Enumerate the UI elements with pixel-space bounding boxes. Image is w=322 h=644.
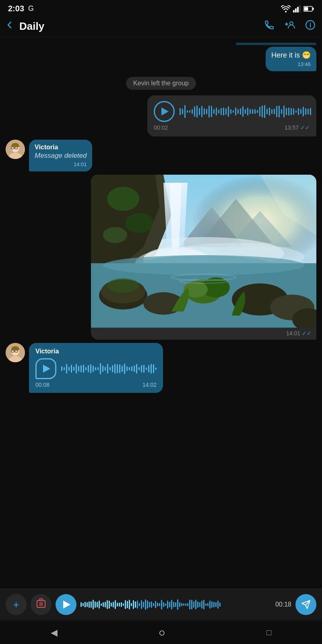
status-time: 2:03 — [8, 4, 24, 13]
image-bubble: 14:01 ✓✓ — [91, 175, 316, 340]
image-footer: 14:01 ✓✓ — [91, 328, 316, 340]
recents-nav-button[interactable]: □ — [266, 628, 271, 637]
victoria-voice-duration: 00:08 — [35, 382, 50, 388]
signal-icon — [293, 5, 301, 12]
voice-play-button[interactable] — [154, 101, 175, 122]
message-time: 14:01 — [35, 161, 87, 167]
svg-rect-2 — [297, 7, 299, 12]
outgoing-image-msg[interactable]: 14:01 ✓✓ — [0, 173, 322, 341]
system-message: Kevin left the group — [0, 73, 322, 94]
chat-header: Daily — [0, 16, 322, 37]
outgoing-bubble: Here it is 😁 13:46 — [266, 47, 316, 71]
recording-play-button[interactable] — [56, 594, 76, 615]
svg-rect-6 — [304, 7, 308, 10]
victoria-voice-bubble: Victoria 00:08 14:02 — [29, 343, 163, 393]
waveform — [180, 104, 311, 119]
svg-point-43 — [107, 278, 139, 293]
status-bar: 2:03 G — [0, 0, 322, 16]
sender-name: Victoria — [35, 144, 87, 151]
back-button[interactable] — [5, 20, 14, 33]
plus-icon: + — [13, 599, 19, 611]
chat-area: Here it is 😁 13:46 Kevin left the group … — [0, 37, 322, 451]
avatar-victoria — [6, 140, 25, 159]
info-button[interactable] — [305, 20, 316, 33]
svg-point-25 — [125, 213, 153, 233]
add-attachment-button[interactable]: + — [6, 594, 27, 615]
victoria-waveform — [61, 361, 157, 376]
signal-icons — [281, 5, 314, 12]
waterfall-image[interactable] — [91, 175, 316, 328]
nav-bar: ◀ ○ □ — [0, 621, 322, 644]
voice-time: 13:57 ✓✓ — [285, 124, 310, 131]
call-button[interactable] — [264, 20, 275, 33]
system-bubble: Kevin left the group — [126, 77, 196, 90]
outgoing-voice-msg: 00:02 13:57 ✓✓ — [0, 94, 322, 138]
svg-point-26 — [103, 227, 127, 243]
wifi-icon — [281, 5, 291, 12]
incoming-msg-victoria-deleted: Victoria Message deleted 14:01 — [0, 138, 322, 173]
voice-duration: 00:02 — [154, 124, 168, 131]
recording-duration: 00:18 — [275, 601, 291, 608]
message-time: 13:46 — [271, 61, 311, 67]
voice-bubble-dark: 00:02 13:57 ✓✓ — [147, 95, 316, 136]
back-nav-button[interactable]: ◀ — [51, 627, 58, 638]
recording-bar: + 00:18 — [0, 589, 322, 620]
svg-rect-1 — [295, 8, 297, 12]
battery-icon — [303, 6, 314, 12]
deleted-message-text: Message deleted — [35, 152, 87, 160]
victoria-sender-name: Victoria — [35, 348, 157, 355]
double-check-icon: ✓✓ — [300, 124, 310, 131]
header-actions — [264, 20, 316, 33]
chat-title: Daily — [19, 20, 264, 33]
delete-recording-button[interactable] — [31, 594, 52, 615]
victoria-voice-time: 14:02 — [142, 382, 157, 388]
sent-check-icon: ✓✓ — [302, 330, 312, 336]
add-person-button[interactable] — [284, 20, 295, 33]
g-icon: G — [28, 4, 34, 13]
svg-point-24 — [107, 187, 139, 211]
recording-waveform — [80, 597, 271, 612]
svg-rect-0 — [293, 10, 295, 12]
trash-icon — [37, 599, 45, 611]
incoming-bubble-deleted: Victoria Message deleted 14:01 — [29, 140, 92, 171]
victoria-voice-play[interactable] — [35, 358, 56, 379]
home-nav-button[interactable]: ○ — [159, 626, 165, 639]
svg-point-33 — [103, 255, 304, 275]
send-recording-button[interactable] — [295, 594, 316, 615]
svg-rect-5 — [313, 8, 314, 10]
msg-outgoing-1: Here it is 😁 13:46 — [0, 45, 322, 73]
incoming-voice-victoria: Victoria 00:08 14:02 — [0, 341, 322, 394]
image-time: 14:01 ✓✓ — [286, 330, 312, 336]
svg-rect-3 — [299, 5, 301, 12]
message-text: Here it is 😁 — [271, 51, 311, 59]
avatar-victoria-2 — [6, 343, 25, 362]
